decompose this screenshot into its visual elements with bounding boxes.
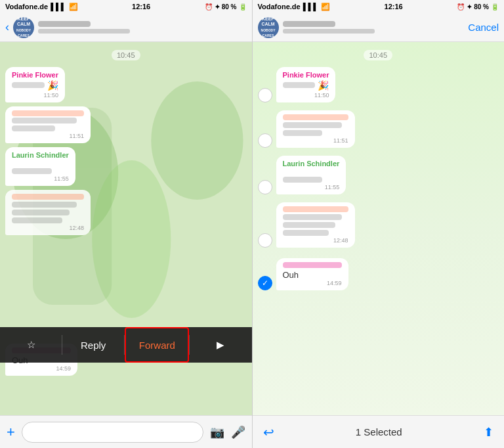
plus-button-left[interactable]: + (7, 424, 15, 441)
last-msg-time-right: 14:59 (283, 280, 342, 286)
msg-text-3b-left (12, 168, 52, 174)
bluetooth-icon-left: ✦ (215, 3, 220, 11)
chat-header-left: ‹ KEEPCALMNOBODYCARES (0, 13, 252, 42)
message-1-right[interactable]: Pinkie Flower 🎉 11:50 (276, 67, 336, 102)
right-panel: Vodafone.de ▌▌▌ 📶 12:16 ⏰ ✦ 80 % 🔋 KEEPC… (253, 0, 505, 448)
signal-icon-left: ▌▌▌ (51, 3, 66, 11)
wifi-icon-left: 📶 (69, 3, 78, 11)
share-button-right[interactable]: ⬆ (484, 425, 494, 439)
bottom-bar-right: ↩ 1 Selected ⬆ (253, 415, 505, 448)
bottom-bar-left: + 📷 🎤 (0, 415, 252, 448)
left-panel: Vodafone.de ▌▌▌ 📶 12:16 ⏰ ✦ 80 % 🔋 ‹ KEE… (0, 0, 252, 448)
msg-row-2-right: 11:51 (258, 110, 499, 148)
msg-row-3-right: Laurin Schindler 11:55 (258, 156, 499, 194)
last-message-right[interactable]: Ouh 14:59 (276, 258, 348, 290)
bluetooth-icon-right: ✦ (467, 3, 472, 11)
select-circle-last[interactable]: ✓ (258, 276, 272, 290)
sender-3-left: Laurin Schindler (12, 151, 69, 159)
group-name-right (283, 21, 335, 27)
messages-right: 10:45 Pinkie Flower 🎉 11:50 (253, 42, 505, 300)
sender-2-left (12, 110, 84, 116)
battery-right: 80 % (474, 3, 489, 11)
header-info-right (283, 21, 465, 34)
group-name-left (38, 21, 91, 27)
status-bar-left: Vodafone.de ▌▌▌ 📶 12:16 ⏰ ✦ 80 % 🔋 (0, 0, 252, 13)
mic-button-left[interactable]: 🎤 (231, 425, 245, 439)
carrier-right: Vodafone.de (258, 3, 301, 11)
alarm-icon-right: ⏰ (457, 3, 465, 11)
battery-left: 80 % (222, 3, 237, 11)
group-subtitle-right (283, 29, 375, 34)
msg-text-4a-left (12, 202, 77, 208)
msg-row-last-right: ✓ Ouh 14:59 (258, 258, 499, 290)
sender-3-right: Laurin Schindler (283, 160, 340, 168)
message-1-left[interactable]: Pinkie Flower 🎉 11:50 (5, 67, 65, 102)
sender-1-left: Pinkie Flower (12, 71, 58, 79)
signal-icon-right: ▌▌▌ (303, 3, 318, 11)
more-button[interactable]: ▶ (190, 327, 251, 363)
wifi-icon-right: 📶 (321, 3, 330, 11)
msg-text-2b-left (12, 125, 55, 131)
battery-icon-right: 🔋 (491, 3, 499, 11)
timestamp-right: 10:45 (364, 50, 392, 60)
time-right: 12:16 (385, 3, 403, 11)
last-sender-blur-right (283, 262, 342, 268)
star-button[interactable]: ☆ (0, 327, 62, 363)
select-circle-2[interactable] (258, 133, 272, 148)
last-msg-time-left: 14:59 (12, 365, 71, 372)
message-4-right[interactable]: 12:48 (276, 202, 355, 248)
msg-text-4b-left (12, 210, 70, 215)
time-left: 12:16 (132, 3, 150, 11)
carrier-left: Vodafone.de (5, 3, 48, 11)
msg-text-1-left (12, 82, 45, 88)
chat-area-right: 10:45 Pinkie Flower 🎉 11:50 (253, 42, 505, 415)
message-2-left[interactable]: 11:51 (5, 106, 91, 143)
message-2-right[interactable]: 11:51 (276, 110, 355, 148)
battery-icon-left: 🔋 (239, 3, 247, 11)
msg-row-4-right: 12:48 (258, 202, 499, 248)
msg-text-3a-left (12, 160, 60, 166)
messages-left: 10:45 Pinkie Flower 🎉 11:50 11:51 (0, 42, 252, 240)
context-menu: ☆ Reply Forward ▶ (0, 327, 252, 363)
message-4-left[interactable]: 12:48 (5, 190, 91, 235)
message-3-left[interactable]: Laurin Schindler 11:55 (5, 147, 75, 186)
avatar-left: KEEPCALMNOBODYCARES (13, 17, 34, 38)
timestamp-left: 10:45 (112, 50, 140, 60)
cancel-button[interactable]: Cancel (468, 22, 499, 33)
msg-text-4c-left (12, 217, 62, 223)
alarm-icon-left: ⏰ (205, 3, 213, 11)
message-3-right[interactable]: Laurin Schindler 11:55 (276, 156, 346, 194)
chat-area-left: 10:45 Pinkie Flower 🎉 11:50 11:51 (0, 42, 252, 415)
avatar-right: KEEPCALMNOBODYCARES (258, 17, 279, 38)
selected-count: 1 Selected (274, 426, 484, 437)
msg-time-2-left: 11:51 (12, 133, 84, 139)
chat-header-right: KEEPCALMNOBODYCARES Cancel (253, 13, 505, 42)
select-circle-1[interactable] (258, 88, 272, 102)
msg-time-4-left: 12:48 (12, 225, 84, 231)
status-bar-right: Vodafone.de ▌▌▌ 📶 12:16 ⏰ ✦ 80 % 🔋 (253, 0, 505, 13)
text-input-left[interactable] (22, 422, 203, 443)
back-button-left[interactable]: ‹ (5, 20, 9, 34)
header-info-left (38, 21, 247, 34)
forward-icon-right[interactable]: ↩ (263, 424, 274, 440)
select-circle-4[interactable] (258, 233, 272, 248)
msg-time-3-left: 11:55 (12, 175, 69, 182)
sender-1-right: Pinkie Flower (283, 71, 329, 79)
group-subtitle-left (38, 29, 130, 34)
msg-row-1-right: Pinkie Flower 🎉 11:50 (258, 67, 499, 102)
camera-button-left[interactable]: 📷 (210, 425, 224, 439)
reply-button[interactable]: Reply (62, 327, 124, 363)
select-circle-3[interactable] (258, 180, 272, 194)
last-msg-text-right: Ouh (283, 270, 342, 280)
msg-time-1-left: 11:50 (12, 92, 58, 99)
forward-button[interactable]: Forward (125, 327, 189, 363)
msg-text-2a-left (12, 118, 77, 123)
